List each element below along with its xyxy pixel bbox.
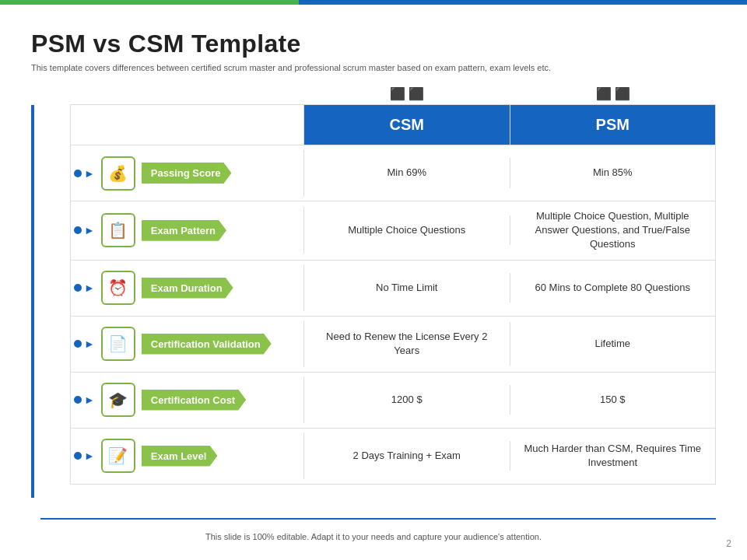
row-label-3: ► 📄 Certification Validation <box>71 320 304 367</box>
csm-value-5: 2 Days Training + Exam <box>304 441 510 471</box>
label-badge-1: Exam Pattern <box>142 220 226 241</box>
psm-value-2: 60 Mins to Complete 80 Questions <box>510 273 716 303</box>
slide: PSM vs CSM Template This template covers… <box>0 0 747 560</box>
arrow-4: ► <box>84 394 95 406</box>
header-icons: ⬛ ⬛ ⬛ ⬛ <box>70 86 716 104</box>
row-icon-3: 📄 <box>101 327 135 361</box>
table-row: ► ⏰ Exam Duration No Time Limit 60 Mins … <box>71 260 715 316</box>
arrow-0: ► <box>84 167 95 180</box>
row-label-5: ► 📝 Exam Level <box>71 432 304 479</box>
page-number: 2 <box>726 538 731 549</box>
csm-icon-1: ⬛ <box>390 86 405 101</box>
label-badge-2: Exam Duration <box>142 278 233 299</box>
psm-value-1: Multiple Choice Question, Multiple Answe… <box>510 201 716 260</box>
arrow-3: ► <box>84 338 95 350</box>
psm-column-header: PSM <box>510 105 716 145</box>
psm-icon-1: ⬛ <box>596 86 612 101</box>
csm-value-1: Multiple Choice Questions <box>304 215 510 245</box>
top-accent-bar <box>0 0 747 5</box>
bottom-text: This slide is 100% editable. Adapt it to… <box>0 532 747 541</box>
table-row: ► 🎓 Certification Cost 1200 $ 150 $ <box>71 372 715 428</box>
slide-title: PSM vs CSM Template <box>31 30 716 58</box>
label-column-header <box>71 105 304 145</box>
dot-3 <box>74 340 82 348</box>
dot-5 <box>74 452 82 460</box>
table-row: ► 💰 Passing Score Min 69% Min 85% <box>71 145 715 201</box>
csm-value-0: Min 69% <box>304 158 510 187</box>
table-row: ► 📄 Certification Validation Need to Ren… <box>71 316 715 372</box>
row-icon-4: 🎓 <box>101 383 135 417</box>
csm-column-header: CSM <box>304 105 510 145</box>
dot-1 <box>74 226 82 234</box>
row-icon-5: 📝 <box>101 439 135 473</box>
row-label-4: ► 🎓 Certification Cost <box>71 376 304 423</box>
arrow-1: ► <box>84 224 95 236</box>
dot-0 <box>74 170 82 177</box>
bottom-line <box>40 518 716 520</box>
slide-subtitle: This template covers differences between… <box>31 63 716 72</box>
label-badge-3: Certification Validation <box>142 334 272 355</box>
row-icon-0: 💰 <box>101 156 135 191</box>
row-label-2: ► ⏰ Exam Duration <box>71 264 304 311</box>
row-icon-1: 📋 <box>101 213 135 247</box>
psm-value-0: Min 85% <box>510 158 716 187</box>
table-body: ► 💰 Passing Score Min 69% Min 85% ► 📋 Ex… <box>71 145 715 484</box>
csm-value-4: 1200 $ <box>304 385 510 415</box>
csm-icon-2: ⬛ <box>409 86 424 101</box>
dot-arrow-4: ► <box>74 394 95 406</box>
arrow-5: ► <box>84 450 95 462</box>
row-label-0: ► 💰 Passing Score <box>71 150 304 197</box>
dot-2 <box>74 284 82 292</box>
csm-value-3: Need to Renew the License Every 2 Years <box>304 322 510 366</box>
psm-value-5: Much Harder than CSM, Requires Time Inve… <box>510 434 716 478</box>
dot-arrow-2: ► <box>74 282 95 294</box>
row-label-1: ► 📋 Exam Pattern <box>71 207 304 254</box>
table-header: CSM PSM <box>71 105 715 145</box>
label-badge-5: Exam Level <box>142 446 218 467</box>
dot-arrow-3: ► <box>74 338 95 350</box>
label-badge-0: Passing Score <box>142 163 232 184</box>
dot-arrow-1: ► <box>74 224 95 236</box>
table-row: ► 📝 Exam Level 2 Days Training + Exam Mu… <box>71 428 715 484</box>
arrow-2: ► <box>84 282 95 294</box>
csm-value-2: No Time Limit <box>304 273 510 303</box>
dot-arrow-0: ► <box>74 167 95 180</box>
psm-icon-2: ⬛ <box>615 86 630 101</box>
psm-value-4: 150 $ <box>510 385 716 415</box>
psm-value-3: Lifetime <box>510 329 716 359</box>
dot-4 <box>74 396 82 404</box>
comparison-table: CSM PSM ► 💰 Passing Score Min 69% Min 85… <box>70 104 716 485</box>
label-badge-4: Certification Cost <box>142 390 246 411</box>
table-row: ► 📋 Exam Pattern Multiple Choice Questio… <box>71 201 715 260</box>
dot-arrow-5: ► <box>74 450 95 462</box>
left-bar <box>31 105 34 498</box>
row-icon-2: ⏰ <box>101 271 135 305</box>
